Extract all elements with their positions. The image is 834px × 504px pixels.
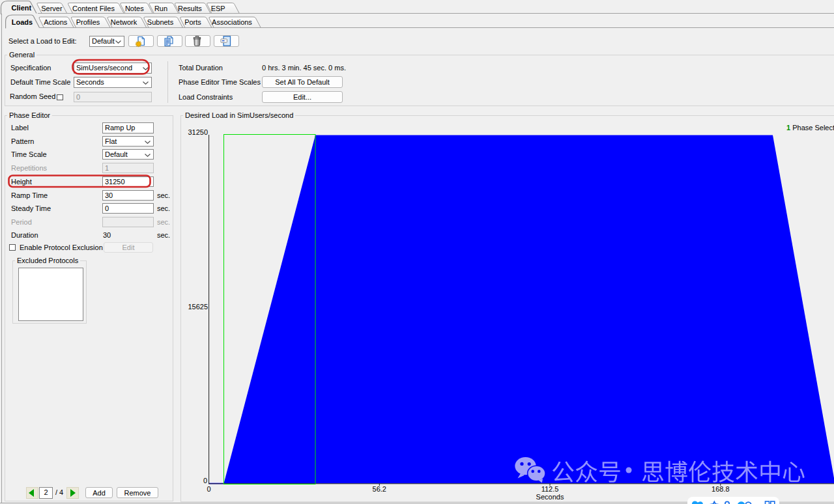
svg-text:Loads: Loads <box>12 18 33 26</box>
svg-text:Associations: Associations <box>212 18 252 26</box>
svg-text:Actions: Actions <box>44 18 68 26</box>
svg-text:Seconds: Seconds <box>536 493 564 501</box>
svg-text:Network: Network <box>111 18 137 26</box>
svg-text:0: 0 <box>203 477 207 484</box>
svg-text:0: 0 <box>207 485 211 493</box>
svg-text:Server: Server <box>41 5 63 12</box>
svg-text:31250: 31250 <box>188 128 208 136</box>
svg-text:Notes: Notes <box>125 5 144 12</box>
svg-text:Profiles: Profiles <box>76 18 100 26</box>
svg-text:Results: Results <box>178 5 202 12</box>
svg-text:15625: 15625 <box>188 303 208 311</box>
svg-text:Ports: Ports <box>184 18 201 26</box>
svg-text:ESP: ESP <box>211 5 225 12</box>
svg-text:Run: Run <box>154 5 167 12</box>
svg-text:56.2: 56.2 <box>373 485 386 493</box>
svg-text:Content Files: Content Files <box>72 5 115 12</box>
svg-text:Subnets: Subnets <box>147 18 174 26</box>
svg-text:Client: Client <box>12 4 32 12</box>
